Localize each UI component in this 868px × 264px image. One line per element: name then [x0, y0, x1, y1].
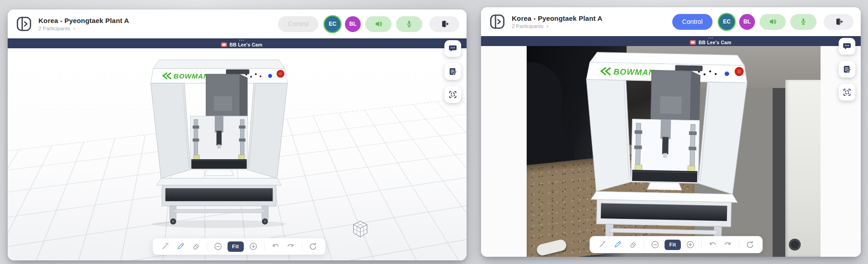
- participants-toggle[interactable]: 2 Participants ›: [512, 23, 603, 29]
- undo-button[interactable]: [269, 241, 281, 252]
- reset-view-button[interactable]: [307, 241, 319, 252]
- participants-toggle[interactable]: 2 Participants ›: [38, 26, 129, 31]
- participants-label: 2 Participants: [512, 23, 543, 29]
- pen-tool-button[interactable]: [612, 239, 623, 250]
- eraser-tool-button[interactable]: [627, 239, 639, 250]
- side-tools: [444, 40, 461, 103]
- app-logo-icon[interactable]: [489, 14, 505, 30]
- model-scene: [8, 48, 467, 260]
- drag-handle-dots[interactable]: ⋯: [708, 37, 714, 39]
- avatar-bl[interactable]: BL: [739, 14, 755, 30]
- redo-button[interactable]: [285, 241, 297, 252]
- drag-handle-dots[interactable]: ⋯: [239, 39, 245, 42]
- undo-button[interactable]: [707, 239, 718, 250]
- chevron-right-icon: ›: [547, 24, 548, 28]
- side-tools: [839, 38, 855, 101]
- avatar-ec[interactable]: EC: [325, 16, 340, 32]
- speaker-button[interactable]: [760, 14, 786, 30]
- zoom-out-button[interactable]: [212, 241, 224, 252]
- session-titles: Korea - Pyeongtaek Plant A 2 Participant…: [512, 14, 603, 29]
- annotation-toolbar: Fit: [152, 238, 326, 255]
- leave-session-button[interactable]: [429, 16, 459, 32]
- mic-button[interactable]: [396, 16, 422, 32]
- chevron-right-icon: ›: [73, 26, 75, 31]
- zoom-in-button[interactable]: [684, 239, 696, 250]
- toolbar-divider: [739, 240, 739, 249]
- toolbar-divider: [207, 242, 207, 251]
- toolbar-divider: [701, 240, 702, 249]
- camera-source-label: BB Lee's Cam: [230, 42, 263, 47]
- screen-share-icon: [221, 42, 227, 47]
- capture-button[interactable]: [839, 84, 855, 101]
- camera-source-bar[interactable]: ⋯ BB Lee's Cam: [481, 36, 861, 46]
- header-actions: Control EC BL: [672, 14, 854, 30]
- capture-button[interactable]: [444, 86, 461, 103]
- zoom-out-button[interactable]: [649, 239, 661, 250]
- leave-session-button[interactable]: [824, 14, 854, 30]
- chat-button[interactable]: [839, 38, 855, 55]
- mic-button[interactable]: [790, 14, 816, 30]
- white-cabinet: [785, 80, 821, 257]
- model-viewport[interactable]: Fit: [8, 48, 467, 260]
- app-logo-icon[interactable]: [16, 16, 32, 32]
- screen-share-icon: [690, 40, 696, 45]
- reset-view-button[interactable]: [744, 239, 756, 250]
- page-title: Korea - Pyeongtaek Plant A: [512, 14, 603, 22]
- avatar-bl[interactable]: BL: [345, 16, 361, 32]
- ar-camera-viewport[interactable]: Fit: [481, 46, 861, 257]
- participants-label: 2 Participants: [38, 26, 70, 31]
- view-cube-gizmo[interactable]: [350, 219, 371, 240]
- camera-gap-shadow: [773, 88, 786, 257]
- chat-button[interactable]: [444, 40, 461, 57]
- pen-tool-button[interactable]: [175, 241, 186, 252]
- session-window-ar-camera: Korea - Pyeongtaek Plant A 2 Participant…: [481, 7, 861, 257]
- fit-view-button[interactable]: Fit: [227, 241, 244, 252]
- speaker-button[interactable]: [365, 16, 392, 32]
- annotation-toolbar: Fit: [590, 236, 763, 253]
- avatar-ec[interactable]: EC: [719, 14, 735, 30]
- notes-button[interactable]: [839, 61, 855, 78]
- control-button[interactable]: Control: [278, 16, 318, 32]
- toolbar-divider: [302, 242, 302, 251]
- notes-button[interactable]: [444, 63, 461, 80]
- eraser-tool-button[interactable]: [190, 241, 202, 252]
- wand-tool-button[interactable]: [159, 241, 171, 252]
- machine-ar-overlay: [571, 48, 759, 255]
- redo-button[interactable]: [722, 239, 734, 250]
- letterbox-left: [481, 46, 527, 257]
- camera-feed: [527, 46, 821, 257]
- window-header: Korea - Pyeongtaek Plant A 2 Participant…: [481, 7, 861, 36]
- session-titles: Korea - Pyeongtaek Plant A 2 Participant…: [38, 17, 129, 31]
- toolbar-divider: [644, 240, 644, 249]
- header-actions: Control EC BL: [278, 16, 459, 32]
- page-title: Korea - Pyeongtaek Plant A: [38, 17, 129, 24]
- caster-wheel: [789, 239, 801, 250]
- wand-tool-button[interactable]: [596, 239, 608, 250]
- toolbar-divider: [264, 242, 264, 251]
- zoom-in-button[interactable]: [247, 241, 259, 252]
- fit-view-button[interactable]: Fit: [665, 240, 681, 250]
- window-header: Korea - Pyeongtaek Plant A 2 Participant…: [8, 9, 467, 38]
- machine-3d-model: [141, 56, 297, 229]
- desktop-background: { "machine_brand": "BOWMAN", "icons": { …: [0, 0, 868, 264]
- control-button[interactable]: Control: [672, 14, 712, 30]
- camera-source-bar[interactable]: ⋯ BB Lee's Cam: [8, 38, 467, 48]
- camera-source-label: BB Lee's Cam: [698, 40, 731, 45]
- session-window-3d-model: Korea - Pyeongtaek Plant A 2 Participant…: [8, 9, 467, 260]
